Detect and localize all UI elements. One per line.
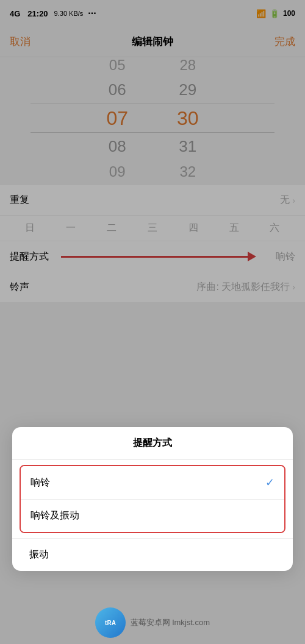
watermark-logo: tRA [95,607,126,638]
bottom-sheet-modal: 提醒方式 响铃 ✓ 响铃及振动 振动 [12,427,293,571]
watermark-logo-text: tRA [105,620,116,626]
sheet-options-bordered: 响铃 ✓ 响铃及振动 [20,465,285,533]
sheet-option-ring-vibrate[interactable]: 响铃及振动 [21,499,284,532]
option-ring-label: 响铃 [30,476,50,489]
watermark-site-text: 蓝莓安卓网 lmkjst.com [131,617,210,628]
option-ring-vibrate-label: 响铃及振动 [30,509,79,522]
sheet-title: 提醒方式 [12,427,293,460]
sheet-option-vibrate[interactable]: 振动 [12,538,293,571]
sheet-option-ring[interactable]: 响铃 ✓ [21,466,284,499]
check-icon: ✓ [265,476,274,489]
option-vibrate-label: 振动 [29,548,49,561]
watermark: tRA 蓝莓安卓网 lmkjst.com [0,607,305,638]
